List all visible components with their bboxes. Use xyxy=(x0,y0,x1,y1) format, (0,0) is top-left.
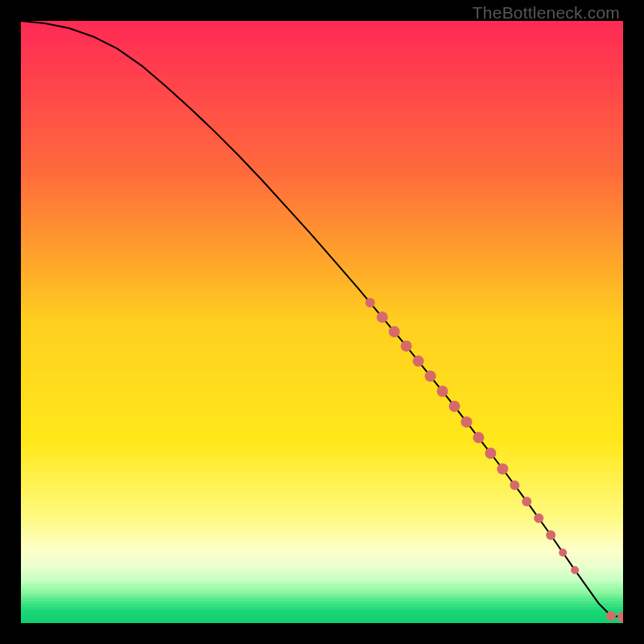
highlight-point xyxy=(571,566,579,574)
highlight-point xyxy=(497,464,508,475)
highlight-point xyxy=(449,401,460,412)
highlight-point xyxy=(510,481,519,490)
highlight-point xyxy=(559,548,567,556)
highlight-point xyxy=(413,356,424,367)
highlight-point xyxy=(389,326,400,337)
plot-area xyxy=(21,21,623,623)
highlight-point xyxy=(522,497,531,506)
highlight-point xyxy=(401,341,412,352)
highlight-point xyxy=(617,612,623,623)
highlight-point xyxy=(437,386,448,397)
highlight-point xyxy=(377,312,388,323)
highlight-point xyxy=(606,611,616,621)
highlight-point xyxy=(365,298,375,308)
watermark-text: TheBottleneck.com xyxy=(473,3,620,23)
bottleneck-curve xyxy=(21,21,623,617)
highlight-point xyxy=(461,416,473,427)
highlight-point xyxy=(425,370,436,382)
curve-layer xyxy=(21,21,623,623)
highlight-point xyxy=(485,448,496,459)
highlight-point xyxy=(473,432,484,444)
highlight-point xyxy=(534,514,543,523)
highlight-point xyxy=(546,530,555,540)
highlight-points xyxy=(365,298,623,622)
chart-stage: TheBottleneck.com xyxy=(0,0,644,644)
